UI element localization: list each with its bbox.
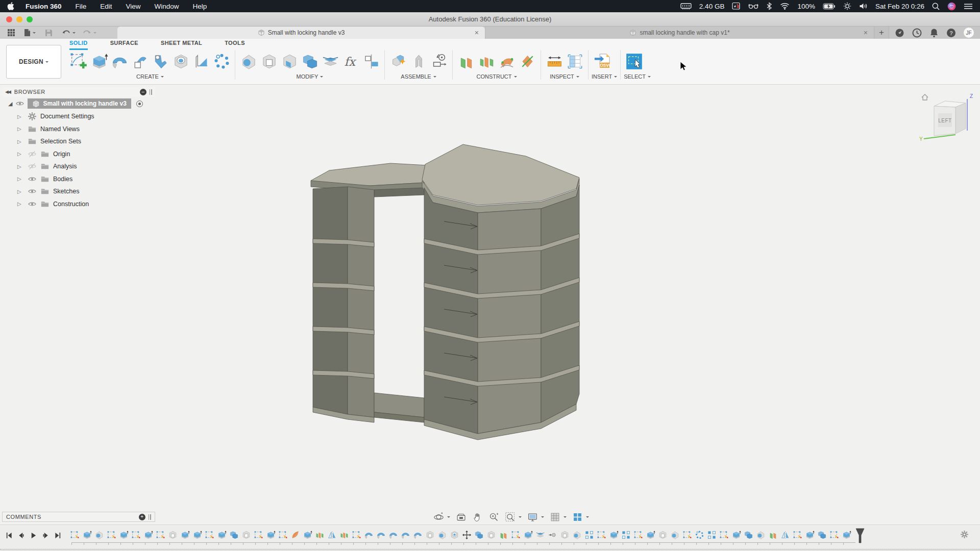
timeline-feature-shell-30[interactable] bbox=[424, 529, 436, 541]
timeline-feature-extrude-2[interactable] bbox=[81, 529, 93, 541]
display-settings-button[interactable] bbox=[525, 511, 546, 523]
visibility-eye-icon[interactable] bbox=[15, 99, 24, 108]
offset-plane-button[interactable] bbox=[456, 50, 476, 72]
joint-button[interactable] bbox=[408, 50, 429, 72]
timeline-skip-end-button[interactable] bbox=[54, 532, 62, 539]
tree-root-component[interactable]: ◢ Small with locking handle v3 bbox=[8, 98, 155, 109]
timeline-feature-sketch-47[interactable] bbox=[632, 529, 644, 541]
workspace-selector-button[interactable]: DESIGN bbox=[6, 45, 61, 79]
data-panel-toggle-icon[interactable] bbox=[7, 29, 15, 37]
fillet-button[interactable] bbox=[238, 50, 259, 72]
timeline-feature-extrude-5[interactable] bbox=[117, 529, 130, 541]
hole-button[interactable] bbox=[170, 50, 191, 72]
menu-window[interactable]: Window bbox=[155, 3, 179, 10]
close-tab-icon[interactable]: × bbox=[864, 29, 868, 36]
timeline-feature-point-40[interactable] bbox=[546, 529, 558, 541]
ribbon-tab-sheet-metal[interactable]: SHEET METAL bbox=[161, 40, 202, 50]
comments-bar[interactable]: COMMENTS + bbox=[2, 512, 155, 522]
timeline-play-button[interactable] bbox=[30, 532, 37, 539]
timeline-feature-sketch-63[interactable] bbox=[828, 529, 840, 541]
timeline-feature-fillet-57[interactable] bbox=[754, 529, 767, 541]
timeline-feature-mirror-59[interactable] bbox=[779, 529, 791, 541]
timeline-scrollbar-strip[interactable] bbox=[0, 549, 980, 551]
fx-button[interactable] bbox=[340, 50, 361, 72]
timeline-feature-shell-35[interactable] bbox=[485, 529, 497, 541]
timeline-feature-revolve-26[interactable] bbox=[375, 529, 387, 541]
timeline-feature-extrude-13[interactable] bbox=[215, 529, 228, 541]
expand-arrow-icon[interactable]: ◢ bbox=[8, 101, 12, 107]
sweep-button[interactable] bbox=[130, 50, 150, 72]
visibility-eye-icon[interactable] bbox=[28, 174, 37, 184]
timeline-feature-hole-32[interactable] bbox=[448, 529, 460, 541]
redo-button[interactable] bbox=[83, 29, 96, 36]
browser-panel-header[interactable]: ◀◀ BROWSER − bbox=[2, 87, 155, 97]
panel-drag-handle[interactable] bbox=[150, 89, 152, 95]
ribbon-group-label-assemble[interactable]: ASSEMBLE bbox=[388, 73, 449, 80]
apple-logo-icon[interactable] bbox=[7, 2, 14, 10]
timeline-feature-extrude-11[interactable] bbox=[191, 529, 203, 541]
timeline-feature-extrude-38[interactable] bbox=[522, 529, 534, 541]
timeline-feature-mirror-22[interactable] bbox=[326, 529, 338, 541]
timeline-feature-sketch-18[interactable] bbox=[277, 529, 289, 541]
timeline-feature-surface-19[interactable] bbox=[289, 529, 301, 541]
zoom-button[interactable] bbox=[486, 511, 501, 523]
tree-item-document-settings[interactable]: ▷Document Settings bbox=[17, 111, 155, 121]
ribbon-group-label-insert[interactable]: INSERT bbox=[592, 73, 617, 80]
timeline-step-forward-button[interactable] bbox=[42, 532, 50, 539]
timeline-feature-shell-9[interactable] bbox=[166, 529, 179, 541]
collapse-panel-icon[interactable]: ◀◀ bbox=[5, 89, 10, 94]
timeline-step-back-button[interactable] bbox=[17, 532, 25, 539]
viewports-button[interactable] bbox=[570, 511, 591, 523]
timeline-feature-sketch-1[interactable] bbox=[68, 529, 81, 541]
timeline-feature-sketch-4[interactable] bbox=[105, 529, 117, 541]
tab-inactive-document[interactable]: small locking handle with cap v1* × bbox=[485, 27, 874, 39]
timeline-feature-midplane-23[interactable] bbox=[338, 529, 350, 541]
undo-button[interactable] bbox=[62, 29, 76, 36]
timeline-feature-extrude-55[interactable] bbox=[730, 529, 742, 541]
timeline-feature-combine-14[interactable] bbox=[228, 529, 240, 541]
activate-component-radio[interactable] bbox=[136, 101, 143, 107]
split-button[interactable] bbox=[320, 50, 340, 72]
timeline-feature-revolve-29[interactable] bbox=[411, 529, 424, 541]
save-button[interactable] bbox=[45, 29, 53, 37]
timeline-feature-fillet-3[interactable] bbox=[93, 529, 105, 541]
ribbon-tab-solid[interactable]: SOLID bbox=[69, 40, 88, 50]
user-avatar[interactable]: JF bbox=[964, 28, 974, 38]
shell-button[interactable] bbox=[259, 50, 279, 72]
timeline-feature-combine-56[interactable] bbox=[742, 529, 754, 541]
ribbon-group-label-modify[interactable]: MODIFY bbox=[238, 73, 381, 80]
new-tab-button[interactable]: + bbox=[874, 27, 889, 39]
timeline-feature-pattern-rect-46[interactable] bbox=[620, 529, 632, 541]
close-tab-icon[interactable]: × bbox=[475, 29, 479, 36]
timeline-feature-extrude-7[interactable] bbox=[142, 529, 154, 541]
timeline-feature-combine-34[interactable] bbox=[473, 529, 485, 541]
menubar-app-name[interactable]: Fusion 360 bbox=[26, 3, 62, 10]
job-status-icon[interactable] bbox=[912, 28, 922, 38]
timeline-feature-split-39[interactable] bbox=[534, 529, 546, 541]
pattern-circ-button[interactable] bbox=[211, 50, 232, 72]
select-button[interactable] bbox=[624, 50, 644, 72]
timeline-feature-move-33[interactable] bbox=[460, 529, 473, 541]
orbit-button[interactable] bbox=[431, 511, 452, 523]
timeline-feature-pattern-rect-43[interactable] bbox=[583, 529, 595, 541]
wifi-icon[interactable] bbox=[780, 3, 790, 10]
new-component-button[interactable] bbox=[388, 50, 408, 72]
draft-button[interactable] bbox=[279, 50, 300, 72]
layout-grid-button[interactable] bbox=[548, 511, 569, 523]
expand-arrow-icon[interactable]: ▷ bbox=[17, 139, 24, 144]
section-analysis-button[interactable] bbox=[565, 50, 585, 72]
ribbon-group-label-inspect[interactable]: INSPECT bbox=[544, 73, 585, 80]
tab-active-document[interactable]: Small with locking handle v3 × bbox=[117, 27, 485, 39]
timeline-feature-pattern-rect-53[interactable] bbox=[705, 529, 718, 541]
timeline-feature-sketch-8[interactable] bbox=[154, 529, 166, 541]
menubar-clock[interactable]: Sat Feb 20 0:26 bbox=[875, 3, 924, 10]
tree-item-sketches[interactable]: ▷Sketches bbox=[17, 186, 155, 196]
timeline-skip-start-button[interactable] bbox=[5, 532, 13, 539]
view-cube[interactable]: LEFT Z Y bbox=[919, 91, 977, 142]
rib-button[interactable] bbox=[191, 50, 211, 72]
spotlight-search-icon[interactable] bbox=[932, 3, 940, 10]
timeline-feature-revolve-25[interactable] bbox=[362, 529, 375, 541]
expand-arrow-icon[interactable]: ▷ bbox=[17, 151, 24, 157]
timeline-feature-extrude-48[interactable] bbox=[644, 529, 656, 541]
timeline-feature-sketch-12[interactable] bbox=[203, 529, 215, 541]
